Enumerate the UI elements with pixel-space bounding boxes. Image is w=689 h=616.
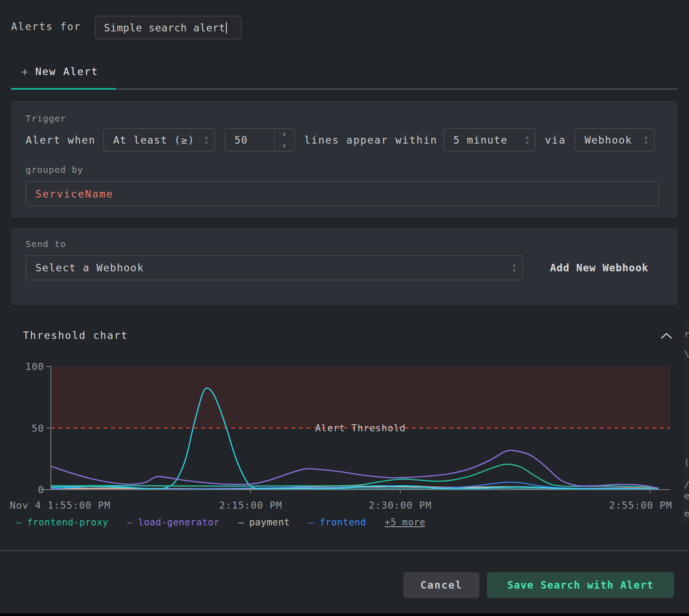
cutoff-text-fragment: \ [684,348,689,359]
cutoff-text-fragment: / [684,479,689,490]
alert-config-dialog: Alerts for Simple search alert + New Ale… [0,0,689,616]
alert-when-label: Alert when [26,128,96,152]
threshold-region [51,366,670,428]
webhook-select-value: Select a Webhook [26,262,513,274]
tab-active-underline [11,88,116,90]
legend-label: payment [249,517,290,528]
series-line-load-generator [51,450,658,488]
cutoff-text-fragment: ( [684,457,689,468]
condition-select[interactable]: At least (≥) ∧∨ [103,128,215,152]
stepper-down-icon[interactable]: ∨ [275,140,294,152]
select-caret-icon: ∧∨ [644,136,647,144]
channel-select[interactable]: Webhook ∧∨ [575,128,655,152]
webhook-select[interactable]: Select a Webhook ∧∨ [26,255,523,280]
count-input-value: 50 [225,134,274,146]
select-caret-icon: ∧∨ [205,136,208,144]
legend-label: frontend-proxy [27,517,108,528]
cutoff-text-fragment: e [684,491,689,501]
tab-new-alert[interactable]: + New Alert [21,66,98,77]
via-label: via [545,128,566,152]
trigger-panel: Trigger Alert when At least (≥) ∧∨ 50 ∧ … [11,101,678,217]
grouped-by-value: ServiceName [26,188,658,200]
x-tick-label: 2:55:00 PM [609,500,672,511]
select-caret-icon: ∧∨ [513,263,516,272]
right-edge-cutoff-panel: r\(/ee [683,321,689,524]
window-select[interactable]: 5 minute ∧∨ [444,128,536,152]
alert-threshold-label: Alert Threshold [315,423,406,433]
condition-select-value: At least (≥) [104,134,205,146]
grouped-by-label: grouped by [26,164,83,175]
legend-dash-icon: — [16,517,22,528]
count-stepper: ∧ ∨ [274,129,294,151]
plus-icon: + [21,66,28,77]
legend-label: load-generator [138,517,219,528]
select-caret-icon: ∧∨ [525,136,528,144]
alert-name-input[interactable]: Simple search alert [95,16,241,39]
stepper-up-icon[interactable]: ∧ [275,129,294,140]
collapse-section-button[interactable] [660,330,673,342]
count-input[interactable]: 50 ∧ ∨ [225,128,295,152]
alert-name-value: Simple search alert [104,22,226,34]
legend-item-load-generator[interactable]: —load-generator [127,517,219,528]
cutoff-text-fragment: r [684,329,689,339]
y-tick-label: 100 [25,361,44,372]
chevron-up-icon [660,332,673,339]
footer-divider [0,550,689,551]
threshold-chart-canvas[interactable]: 050100Nov 4 1:55:00 PM2:15:00 PM2:30:00 … [0,360,677,513]
cutoff-text-fragment: e [684,508,689,519]
send-to-label: Send to [26,239,66,249]
x-tick-label: Nov 4 1:55:00 PM [10,500,111,511]
text-cursor [226,22,227,34]
add-new-webhook-button[interactable]: Add New Webhook [546,255,652,280]
grouped-by-input[interactable]: ServiceName [26,181,659,206]
legend-dash-icon: — [238,517,244,528]
trigger-section-label: Trigger [26,113,66,124]
legend-label: frontend [320,517,366,528]
legend-more-link[interactable]: +5 more [385,517,425,528]
save-search-with-alert-button[interactable]: Save Search with Alert [487,572,674,598]
tab-new-alert-label: New Alert [35,66,99,77]
series-line-frontend-proxy [51,464,658,488]
legend-item-frontend-proxy[interactable]: —frontend-proxy [16,517,108,528]
chart-legend: —frontend-proxy—load-generator—payment—f… [16,517,425,528]
send-to-panel: Send to Select a Webhook ∧∨ Add New Webh… [11,228,678,305]
bottom-edge [0,613,689,616]
window-select-value: 5 minute [444,134,525,146]
channel-select-value: Webhook [575,134,644,146]
legend-item-frontend[interactable]: —frontend [309,517,366,528]
threshold-chart-title: Threshold chart [23,330,128,341]
cancel-button[interactable]: Cancel [403,572,479,598]
alerts-for-label: Alerts for [11,21,81,32]
y-tick-label: 50 [32,423,45,434]
y-tick-label: 0 [38,484,44,495]
legend-dash-icon: — [127,517,133,528]
legend-dash-icon: — [309,517,314,528]
legend-item-payment[interactable]: —payment [238,517,290,528]
x-tick-label: 2:30:00 PM [369,500,432,511]
x-tick-label: 2:15:00 PM [219,500,282,511]
lines-appear-within-label: lines appear within [304,128,437,152]
